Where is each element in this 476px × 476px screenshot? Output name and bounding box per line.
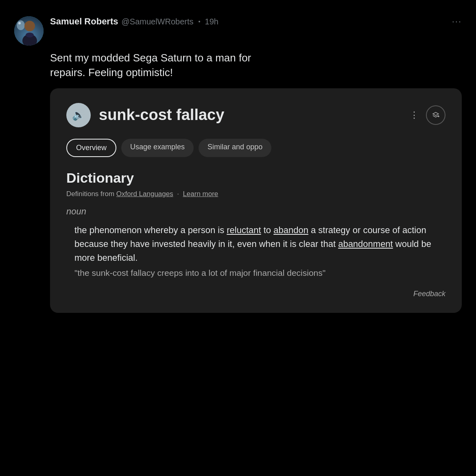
dict-definition: the phenomenon whereby a person is reluc… — [66, 223, 445, 265]
dict-more-button[interactable]: ⋮ — [410, 110, 419, 120]
tab-similar[interactable]: Similar and oppo — [199, 139, 271, 157]
tweet-header: Samuel Roberts @SamuelWRoberts 19h ··· — [14, 16, 462, 46]
tweet-text-line2: repairs. Feeling optimistic! — [50, 66, 173, 79]
dict-section-title: Dictionary — [66, 170, 445, 186]
tweet-text-line1: Sent my modded Sega Saturn to a man for — [50, 52, 251, 64]
dict-header: 🔊 sunk-cost fallacy ⋮ — [66, 103, 445, 127]
tweet-header-info: Samuel Roberts @SamuelWRoberts 19h ··· — [50, 16, 462, 27]
dict-tabs: Overview Usage examples Similar and oppo — [66, 139, 445, 157]
tweet-time: 19h — [205, 17, 218, 26]
dict-source-separator: · — [177, 190, 179, 198]
tweet-more-button[interactable]: ··· — [452, 16, 462, 27]
svg-point-2 — [18, 22, 21, 24]
author-handle: @SamuelWRoberts — [122, 17, 194, 26]
dict-term: sunk-cost fallacy — [99, 106, 402, 124]
def-middle1: to — [261, 225, 274, 235]
def-abandonment: abandonment — [338, 239, 393, 249]
dict-source-text: Definitions from — [66, 190, 114, 198]
dict-add-button[interactable] — [426, 105, 445, 125]
svg-point-1 — [17, 20, 25, 30]
dict-pos: noun — [66, 206, 445, 217]
sound-button[interactable]: 🔊 — [66, 103, 91, 127]
def-before-reluctant: the phenomenon whereby a person is — [74, 225, 227, 235]
tweet-text: Sent my modded Sega Saturn to a man for … — [14, 50, 462, 80]
author-name: Samuel Roberts — [50, 16, 118, 27]
dict-example: "the sunk-cost fallacy creeps into a lot… — [66, 266, 445, 280]
dictionary-card: 🔊 sunk-cost fallacy ⋮ Overview Usage exa… — [50, 88, 462, 313]
tweet-author-line: Samuel Roberts @SamuelWRoberts 19h ··· — [50, 16, 462, 27]
oxford-languages-link[interactable]: Oxford Languages — [116, 190, 173, 198]
def-abandon: abandon — [273, 225, 308, 235]
dict-header-actions: ⋮ — [410, 105, 445, 125]
tweet-container: Samuel Roberts @SamuelWRoberts 19h ··· S… — [14, 16, 462, 313]
def-reluctant: reluctant — [227, 225, 261, 235]
avatar[interactable] — [14, 16, 44, 46]
learn-more-link[interactable]: Learn more — [183, 190, 218, 198]
dict-source: Definitions from Oxford Languages · Lear… — [66, 190, 445, 198]
tab-usage[interactable]: Usage examples — [121, 139, 194, 157]
svg-point-5 — [26, 33, 34, 37]
tab-overview[interactable]: Overview — [66, 139, 116, 157]
svg-point-3 — [24, 21, 35, 31]
sound-icon: 🔊 — [72, 109, 85, 121]
dict-feedback[interactable]: Feedback — [66, 290, 445, 298]
